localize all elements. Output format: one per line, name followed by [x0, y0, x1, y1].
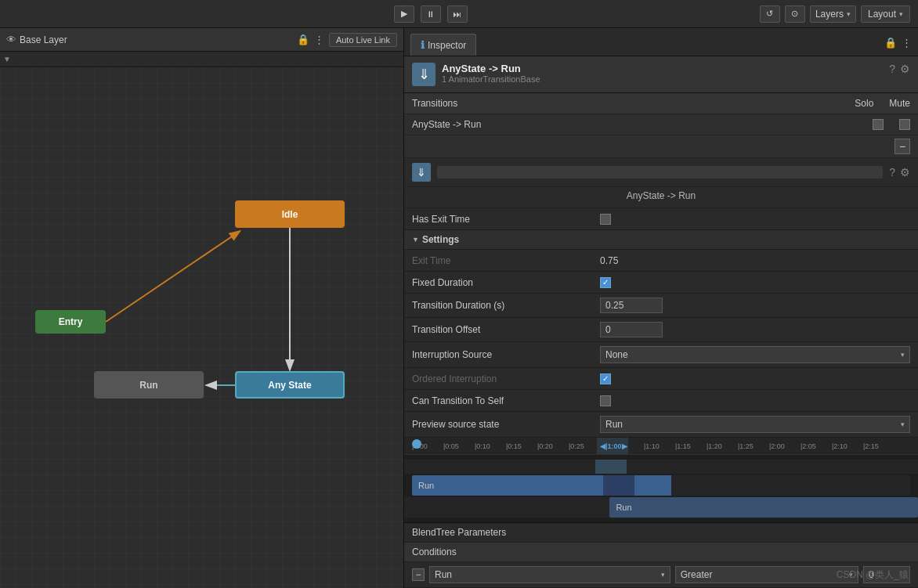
layer-tabs: ▼ — [0, 52, 403, 67]
blendtree-parameters: BlendTree Parameters — [404, 523, 918, 543]
menu-icon[interactable]: ⋮ — [314, 34, 324, 45]
mute-checkbox[interactable] — [899, 119, 910, 130]
timeline-playhead-icon[interactable] — [412, 439, 421, 449]
can-transition-self-label: Can Transition To Self — [412, 395, 600, 406]
blendtree-label-text: BlendTree Parameters — [412, 527, 506, 538]
help-icon-detail[interactable]: ? — [889, 166, 895, 179]
preview-source-dropdown[interactable]: Run ▾ — [600, 416, 910, 433]
condition-comparator-dropdown[interactable]: Greater ▾ — [675, 566, 858, 583]
has-exit-time-checkbox[interactable] — [600, 214, 611, 225]
inspector-info-icon: ℹ — [421, 39, 425, 51]
tick-14: |2:15 — [863, 442, 879, 450]
node-anystate-label: Any State — [268, 380, 311, 391]
node-idle[interactable]: Idle — [235, 200, 345, 228]
eye-icon: 👁 — [6, 34, 16, 45]
settings-icon-header[interactable]: ⚙ — [900, 63, 910, 75]
settings-foldout[interactable]: ▼ Settings — [404, 230, 918, 250]
transition-duration-label: Transition Duration (s) — [412, 300, 600, 311]
interruption-source-label: Interruption Source — [412, 349, 600, 360]
interruption-source-arrow-icon: ▾ — [901, 351, 905, 359]
timeline-run-bar2: Run — [609, 497, 918, 518]
menu-icon-inspector[interactable]: ⋮ — [902, 36, 912, 48]
transition-detail-name: AnyState -> Run — [627, 190, 696, 201]
condition-remove-button[interactable]: − — [412, 568, 425, 581]
exit-time-value: 0.75 — [600, 255, 910, 266]
inspector-subtitle: 1 AnimatorTransitionBase — [442, 74, 883, 84]
settings-icon-detail[interactable]: ⚙ — [900, 166, 910, 179]
inspector-tab[interactable]: ℹ Inspector — [410, 34, 476, 56]
timeline-track-highlight — [595, 460, 627, 474]
transition-detail-actions: ? ⚙ — [889, 166, 910, 179]
left-panel: 👁 Base Layer 🔒 ⋮ Auto Live Link ▼ — [0, 28, 404, 588]
fixed-duration-checkbox[interactable]: ✓ — [600, 277, 611, 288]
transition-detail-icon: ⇓ — [412, 163, 431, 182]
timeline-run-bar2-label: Run — [616, 503, 631, 512]
help-icon-header[interactable]: ? — [889, 63, 895, 75]
svg-line-2 — [106, 232, 239, 322]
inspector-tab-label: Inspector — [428, 40, 466, 51]
playback-controls: ▶ ⏸ ⏭ — [394, 5, 468, 23]
transition-duration-input[interactable] — [600, 298, 663, 313]
transition-row[interactable]: AnyState -> Run — [404, 114, 918, 135]
tick-8: |1:15 — [675, 442, 691, 450]
has-exit-time-row: Has Exit Time — [404, 208, 918, 230]
layout-button[interactable]: Layout ▾ — [861, 5, 910, 23]
settings-section: Has Exit Time ▼ Settings Exit Time 0.75 … — [404, 208, 918, 412]
mute-label: Mute — [889, 98, 910, 109]
solo-mute-labels: Solo Mute — [855, 98, 910, 109]
node-entry[interactable]: Entry — [35, 310, 106, 334]
layers-arrow-icon: ▾ — [847, 10, 851, 18]
node-idle-label: Idle — [282, 209, 298, 220]
tick-4: |0:20 — [537, 442, 553, 450]
tick-13: |2:10 — [832, 442, 848, 450]
node-run[interactable]: Run — [94, 371, 204, 399]
undo-button[interactable]: ↺ — [760, 5, 780, 23]
tick-10: |1:25 — [738, 442, 754, 450]
inspector-header-icons: ? ⚙ — [889, 63, 910, 75]
ordered-interruption-row: Ordered Interruption ✓ — [404, 368, 918, 390]
has-exit-time-label: Has Exit Time — [412, 214, 600, 225]
node-entry-label: Entry — [59, 316, 83, 327]
transition-icon: ⇓ — [418, 66, 430, 83]
conditions-header: Conditions — [404, 543, 918, 562]
inspector-content: ⇓ AnyState -> Run 1 AnimatorTransitionBa… — [404, 56, 918, 588]
timeline-run-track1: Run — [412, 475, 910, 496]
interruption-source-dropdown[interactable]: None ▾ — [600, 346, 910, 363]
pause-button[interactable]: ⏸ — [421, 5, 441, 23]
ordered-interruption-checkbox[interactable]: ✓ — [600, 373, 611, 384]
solo-checkbox[interactable] — [873, 119, 884, 130]
condition-param-dropdown[interactable]: Run ▾ — [429, 566, 670, 583]
timeline-ticks: |0:00 |0:05 |0:10 |0:15 |0:20 |0:25 ◀|1:… — [409, 438, 918, 454]
tick-5: |0:25 — [569, 442, 584, 450]
right-panel: ℹ Inspector 🔒 ⋮ ⇓ AnyState -> Run 1 Anim… — [404, 28, 918, 588]
exit-time-label: Exit Time — [412, 255, 600, 266]
graph-area[interactable]: Entry Idle Run Any State — [0, 67, 403, 588]
conditions-label: Conditions — [412, 547, 457, 557]
inspector-tab-bar: ℹ Inspector 🔒 ⋮ — [404, 28, 918, 56]
transition-detail-arrow-icon: ⇓ — [417, 166, 426, 179]
tick-9: |1:20 — [707, 442, 722, 450]
inspector-title-block: AnyState -> Run 1 AnimatorTransitionBase — [442, 63, 883, 84]
timeline-track-empty — [404, 460, 918, 474]
layers-dropdown[interactable]: Layers ▾ — [810, 5, 856, 23]
search-button[interactable]: ⊙ — [785, 5, 805, 23]
top-toolbar: ▶ ⏸ ⏭ ↺ ⊙ Layers ▾ Layout ▾ — [0, 0, 918, 28]
node-run-label: Run — [139, 380, 157, 391]
preview-dropdown-arrow-icon: ▾ — [901, 420, 905, 428]
remove-transition-button[interactable]: − — [895, 139, 910, 154]
can-transition-self-checkbox[interactable] — [600, 395, 611, 406]
play-button[interactable]: ▶ — [394, 5, 414, 23]
step-button[interactable]: ⏭ — [447, 5, 468, 23]
transition-offset-input[interactable] — [600, 322, 663, 337]
condition-param-value: Run — [435, 569, 452, 580]
node-anystate[interactable]: Any State — [235, 371, 345, 399]
tick-1: |0:05 — [443, 442, 459, 450]
timeline-container: |0:00 |0:05 |0:10 |0:15 |0:20 |0:25 ◀|1:… — [404, 438, 918, 523]
toolbar-right: ↺ ⊙ Layers ▾ Layout ▾ — [760, 5, 910, 23]
inspector-title: AnyState -> Run — [442, 63, 883, 74]
timeline-transition-region — [603, 475, 634, 496]
auto-live-link-button[interactable]: Auto Live Link — [329, 33, 397, 47]
timeline-ruler[interactable]: |0:00 |0:05 |0:10 |0:15 |0:20 |0:25 ◀|1:… — [404, 438, 918, 455]
layout-arrow-icon: ▾ — [899, 10, 903, 18]
lock-icon: 🔒 — [297, 34, 309, 45]
